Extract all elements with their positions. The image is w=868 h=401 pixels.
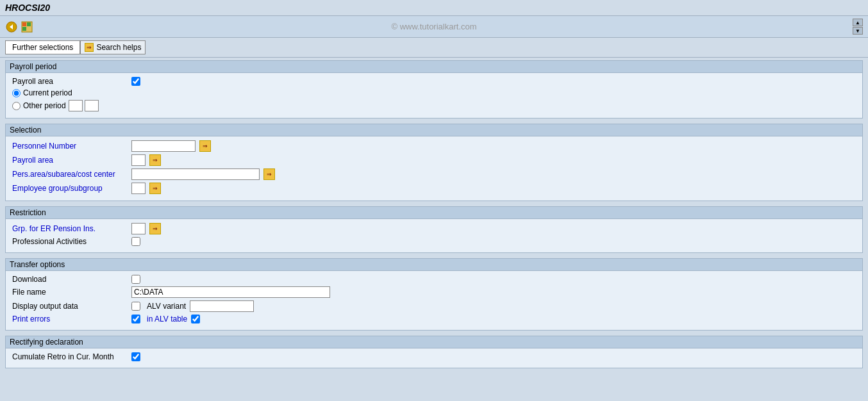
restriction-section: Restriction Grp. for ER Pension Ins. ⇒ P… — [5, 206, 863, 253]
button-bar: Further selections ⇒ Search helps — [0, 38, 868, 58]
cumulate-retro-row: Cumulate Retro in Cur. Month — [12, 352, 856, 361]
alv-variant-input[interactable] — [190, 300, 254, 312]
payroll-period-body: Payroll area Current period Other period — [6, 73, 862, 118]
file-name-input[interactable] — [131, 286, 330, 298]
transfer-options-body: Download File name Display output data A… — [6, 271, 862, 330]
selection-header: Selection — [6, 124, 862, 136]
main-content: Payroll period Payroll area Current peri… — [0, 58, 868, 395]
toolbar-icons — [5, 20, 33, 33]
selection-payroll-area-search-btn[interactable]: ⇒ — [149, 154, 161, 166]
scroll-down-arrow[interactable]: ▼ — [853, 27, 863, 35]
payroll-area-label: Payroll area — [12, 77, 128, 86]
svg-rect-4 — [27, 22, 31, 26]
scrollbar-arrows: ▲ ▼ — [853, 19, 863, 35]
employee-group-input[interactable] — [131, 183, 146, 194]
svg-rect-5 — [22, 27, 26, 31]
in-alv-table-label: in ALV table — [147, 315, 187, 323]
svg-rect-6 — [27, 27, 31, 31]
professional-activities-row: Professional Activities — [12, 237, 856, 246]
employee-group-row: Employee group/subgroup ⇒ — [12, 183, 856, 194]
period-input-2[interactable] — [85, 100, 99, 111]
rectifying-declaration-body: Cumulate Retro in Cur. Month — [6, 348, 862, 368]
download-checkbox[interactable] — [131, 275, 140, 284]
print-errors-checkbox[interactable] — [131, 315, 140, 323]
display-output-checkbox[interactable] — [131, 302, 140, 311]
current-period-label: Current period — [23, 88, 72, 97]
selection-body: Personnel Number ⇒ Payroll area ⇒ Pers.a… — [6, 136, 862, 201]
selection-payroll-area-input[interactable] — [131, 154, 146, 166]
period-inputs — [69, 100, 99, 111]
grp-pension-row: Grp. for ER Pension Ins. ⇒ — [12, 223, 856, 234]
pers-area-label[interactable]: Pers.area/subarea/cost center — [12, 170, 128, 179]
restriction-body: Grp. for ER Pension Ins. ⇒ Professional … — [6, 219, 862, 252]
further-selections-button[interactable]: Further selections — [5, 40, 80, 54]
search-helps-arrow-icon: ⇒ — [85, 43, 94, 52]
title-bar: HROCSI20 — [0, 0, 868, 16]
current-period-radio[interactable] — [12, 89, 21, 97]
alv-variant-label: ALV variant — [147, 302, 186, 311]
pers-area-search-btn[interactable]: ⇒ — [263, 168, 275, 180]
pers-area-input[interactable] — [131, 168, 260, 180]
professional-activities-checkbox[interactable] — [131, 237, 140, 246]
in-alv-table-checkbox[interactable] — [191, 315, 200, 323]
personnel-number-label[interactable]: Personnel Number — [12, 142, 128, 151]
professional-activities-label: Professional Activities — [12, 237, 128, 246]
grp-pension-input[interactable] — [131, 223, 146, 234]
svg-rect-3 — [22, 22, 26, 26]
employee-group-search-btn[interactable]: ⇒ — [149, 183, 161, 194]
watermark: © www.tutorialkart.com — [391, 22, 476, 31]
payroll-area-row: Payroll area — [12, 77, 856, 86]
restriction-header: Restriction — [6, 207, 862, 219]
transfer-options-section: Transfer options Download File name Disp… — [5, 258, 863, 331]
personnel-number-search-btn[interactable]: ⇒ — [199, 140, 211, 152]
selection-section: Selection Personnel Number ⇒ Payroll are… — [5, 124, 863, 201]
other-period-label: Other period — [23, 101, 66, 110]
personnel-number-row: Personnel Number ⇒ — [12, 140, 856, 152]
file-name-label: File name — [12, 288, 128, 297]
selection-payroll-area-label[interactable]: Payroll area — [12, 156, 128, 165]
employee-group-label[interactable]: Employee group/subgroup — [12, 184, 128, 193]
grp-pension-label[interactable]: Grp. for ER Pension Ins. — [12, 224, 128, 233]
payroll-period-section: Payroll period Payroll area Current peri… — [5, 60, 863, 119]
current-period-row: Current period — [12, 88, 856, 97]
menu-icon[interactable] — [21, 20, 33, 33]
display-output-label: Display output data — [12, 302, 128, 311]
scroll-up-arrow[interactable]: ▲ — [853, 19, 863, 26]
other-period-row: Other period — [12, 100, 856, 111]
download-row: Download — [12, 275, 856, 284]
file-name-row: File name — [12, 286, 856, 298]
rectifying-declaration-header: Rectifying declaration — [6, 336, 862, 348]
app-title: HROCSI20 — [5, 3, 50, 13]
payroll-period-header: Payroll period — [6, 61, 862, 73]
print-errors-label[interactable]: Print errors — [12, 315, 128, 323]
search-helps-label: Search helps — [96, 43, 141, 52]
personnel-number-input[interactable] — [131, 140, 196, 152]
search-helps-button[interactable]: ⇒ Search helps — [80, 40, 146, 54]
print-errors-row: Print errors in ALV table — [12, 315, 856, 323]
selection-payroll-area-row: Payroll area ⇒ — [12, 154, 856, 166]
transfer-options-header: Transfer options — [6, 259, 862, 271]
pers-area-row: Pers.area/subarea/cost center ⇒ — [12, 168, 856, 180]
cumulate-retro-label: Cumulate Retro in Cur. Month — [12, 352, 128, 361]
payroll-area-checkbox[interactable] — [131, 77, 140, 86]
toolbar: © www.tutorialkart.com ▲ ▼ — [0, 16, 868, 38]
cumulate-retro-checkbox[interactable] — [131, 352, 140, 361]
other-period-radio[interactable] — [12, 102, 21, 110]
back-icon[interactable] — [5, 20, 18, 33]
grp-pension-search-btn[interactable]: ⇒ — [149, 223, 161, 234]
display-output-row: Display output data ALV variant — [12, 300, 856, 312]
rectifying-declaration-section: Rectifying declaration Cumulate Retro in… — [5, 336, 863, 368]
period-input-1[interactable] — [69, 100, 83, 111]
download-label: Download — [12, 275, 128, 284]
